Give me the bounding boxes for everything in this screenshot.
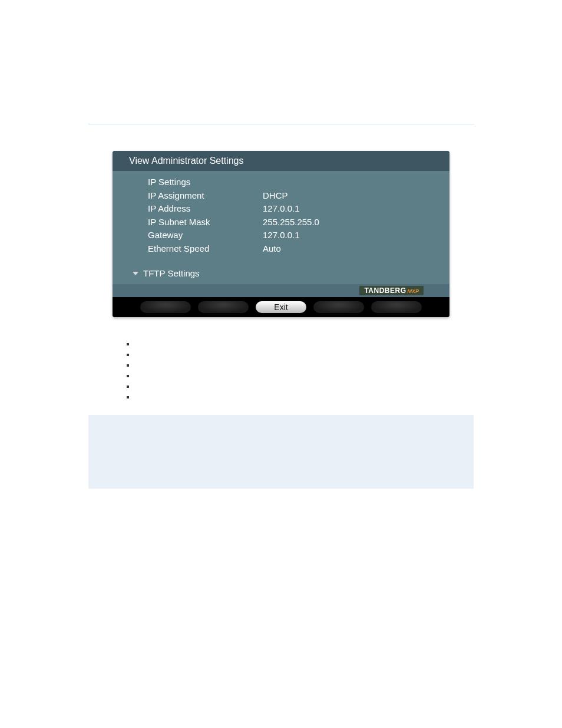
list-item (136, 350, 449, 361)
list-item (136, 393, 449, 403)
setting-value: 127.0.0.1 (263, 229, 433, 242)
list-item (136, 371, 449, 382)
empty-button[interactable] (313, 301, 364, 313)
button-strip: Exit (113, 297, 449, 317)
list-item (136, 382, 449, 393)
collapse-tftp-section[interactable]: TFTP Settings (113, 263, 449, 284)
empty-button[interactable] (198, 301, 249, 313)
brand-main: TANDBERG (364, 286, 406, 295)
setting-row: IP Assignment DHCP (148, 189, 433, 203)
empty-button[interactable] (371, 301, 422, 313)
setting-row: IP Address 127.0.0.1 (148, 202, 433, 216)
exit-button[interactable]: Exit (256, 301, 306, 313)
panel-title: View Administrator Settings (113, 151, 449, 171)
setting-value: 255.255.255.0 (263, 216, 433, 229)
list-item (136, 340, 449, 350)
setting-value: 127.0.0.1 (263, 202, 433, 216)
highlight-block (88, 415, 474, 489)
chevron-down-icon (133, 272, 138, 275)
setting-label: IP Assignment (148, 189, 263, 203)
empty-button[interactable] (140, 301, 191, 313)
setting-value: Auto (263, 242, 433, 256)
setting-label: IP Address (148, 202, 263, 216)
bullet-list (113, 340, 449, 403)
settings-body: IP Settings IP Assignment DHCP IP Addres… (113, 171, 449, 263)
section-title: IP Settings (148, 176, 263, 189)
setting-label: Ethernet Speed (148, 242, 263, 256)
brand-sub: MXP (407, 288, 419, 294)
setting-row: Ethernet Speed Auto (148, 242, 433, 256)
brand-badge: TANDBERG MXP (359, 286, 424, 295)
setting-row: IP Subnet Mask 255.255.255.0 (148, 216, 433, 229)
brand-strip: TANDBERG MXP (113, 284, 449, 297)
setting-label: Gateway (148, 229, 263, 242)
divider (88, 124, 474, 124)
settings-panel: View Administrator Settings IP Settings … (113, 151, 449, 317)
exit-button-label: Exit (274, 302, 287, 312)
list-item (136, 361, 449, 371)
setting-row: Gateway 127.0.0.1 (148, 229, 433, 242)
setting-label: IP Subnet Mask (148, 216, 263, 229)
collapse-label: TFTP Settings (143, 268, 200, 278)
setting-value: DHCP (263, 189, 433, 203)
